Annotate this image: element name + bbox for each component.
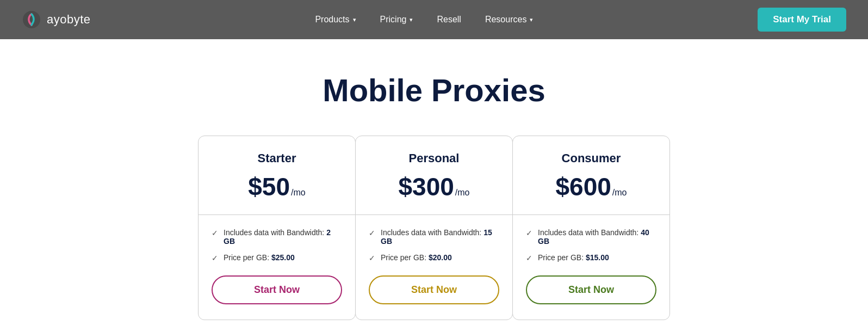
check-icon: ✓ xyxy=(526,254,532,262)
plan-price-consumer: $600 /mo xyxy=(526,172,656,201)
start-now-button-starter[interactable]: Start Now xyxy=(212,275,342,304)
pricing-card-consumer: Consumer $600 /mo ✓ Includes data with B… xyxy=(512,136,670,320)
start-now-button-consumer[interactable]: Start Now xyxy=(526,275,656,304)
card-header-starter: Starter $50 /mo xyxy=(199,136,355,215)
check-icon: ✓ xyxy=(369,229,375,237)
logo-text: ayobyte xyxy=(47,13,91,27)
navbar-cta: Start My Trial xyxy=(758,8,846,32)
card-body-starter: ✓ Includes data with Bandwidth: 2 GB ✓ P… xyxy=(199,215,355,320)
plan-name-consumer: Consumer xyxy=(526,151,656,166)
check-icon: ✓ xyxy=(212,254,218,262)
nav-item-products[interactable]: Products ▾ xyxy=(305,10,365,29)
feature-price-per-gb-consumer: ✓ Price per GB: $15.00 xyxy=(526,253,656,262)
plan-name-personal: Personal xyxy=(369,151,499,166)
nav-menu: Products ▾ Pricing ▾ Resell Resources ▾ xyxy=(305,10,543,29)
card-body-consumer: ✓ Includes data with Bandwidth: 40 GB ✓ … xyxy=(513,215,669,320)
check-icon: ✓ xyxy=(369,254,375,262)
check-icon: ✓ xyxy=(212,229,218,237)
check-icon: ✓ xyxy=(526,229,532,237)
feature-bandwidth-personal: ✓ Includes data with Bandwidth: 15 GB xyxy=(369,228,499,246)
plan-price-starter: $50 /mo xyxy=(212,172,342,201)
chevron-down-icon: ▾ xyxy=(530,16,533,23)
card-header-consumer: Consumer $600 /mo xyxy=(513,136,669,215)
feature-price-per-gb-personal: ✓ Price per GB: $20.00 xyxy=(369,253,499,262)
nav-item-resources[interactable]: Resources ▾ xyxy=(475,10,543,29)
navbar: ayobyte Products ▾ Pricing ▾ Resell Reso… xyxy=(0,0,868,39)
nav-item-pricing[interactable]: Pricing ▾ xyxy=(370,10,423,29)
logo-icon xyxy=(22,10,41,29)
nav-item-resell[interactable]: Resell xyxy=(427,10,470,29)
card-body-personal: ✓ Includes data with Bandwidth: 15 GB ✓ … xyxy=(356,215,512,320)
chevron-down-icon: ▾ xyxy=(410,16,413,23)
start-now-button-personal[interactable]: Start Now xyxy=(369,275,499,304)
feature-bandwidth-starter: ✓ Includes data with Bandwidth: 2 GB xyxy=(212,228,342,246)
plan-name-starter: Starter xyxy=(212,151,342,166)
pricing-card-starter: Starter $50 /mo ✓ Includes data with Ban… xyxy=(198,136,356,320)
start-trial-button[interactable]: Start My Trial xyxy=(758,8,846,32)
feature-price-per-gb-starter: ✓ Price per GB: $25.00 xyxy=(212,253,342,262)
logo-area: ayobyte xyxy=(22,10,91,29)
pricing-card-personal: Personal $300 /mo ✓ Includes data with B… xyxy=(355,136,513,320)
chevron-down-icon: ▾ xyxy=(353,16,356,23)
card-header-personal: Personal $300 /mo xyxy=(356,136,512,215)
main-content: Mobile Proxies Starter $50 /mo ✓ Include… xyxy=(0,39,868,331)
page-title: Mobile Proxies xyxy=(11,72,857,108)
plan-price-personal: $300 /mo xyxy=(369,172,499,201)
feature-bandwidth-consumer: ✓ Includes data with Bandwidth: 40 GB xyxy=(526,228,656,246)
pricing-cards: Starter $50 /mo ✓ Includes data with Ban… xyxy=(189,136,679,320)
